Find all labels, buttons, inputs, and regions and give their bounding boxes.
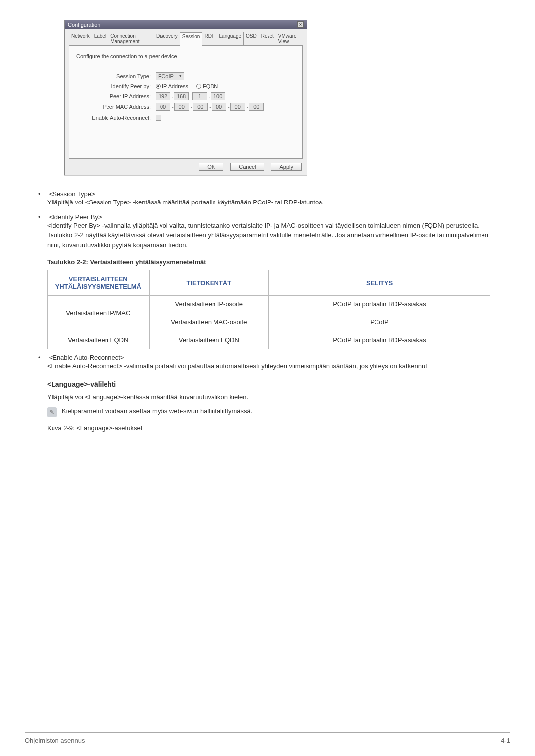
cell-method: Vertaislaitteen FQDN	[48, 331, 150, 349]
list-item: <Identify Peer By> <Identify Peer By> -v…	[47, 213, 490, 250]
dialog-buttons: OK Cancel Apply	[70, 163, 302, 171]
ip-octet-1[interactable]: 192	[156, 92, 170, 100]
note-icon: ✎	[47, 407, 57, 417]
label-identify-peer: Identify Peer by:	[76, 83, 156, 89]
mac-6[interactable]: 00	[249, 103, 264, 111]
peer-methods-table: VERTAISLAITTEEN YHTÄLÄISYYSMENETELMÄ TIE…	[47, 270, 490, 349]
radio-fqdn-label: FQDN	[203, 83, 218, 89]
row-identify-peer: Identify Peer by: IP Address FQDN	[76, 83, 295, 89]
config-dialog-screenshot: Configuration × Network Label Connection…	[45, 20, 490, 175]
footer-left: Ohjelmiston asennus	[25, 737, 85, 744]
bullets-mid: <Enable Auto-Reconnect> <Enable Auto-Rec…	[47, 354, 490, 371]
cell-field: Vertaislaitteen FQDN	[149, 331, 268, 349]
note-text: Kieliparametrit voidaan asettaa myös web…	[62, 407, 252, 415]
bullets-top: <Session Type> Ylläpitäjä voi <Session T…	[47, 190, 490, 250]
close-icon[interactable]: ×	[297, 21, 304, 28]
session-type-select[interactable]: PCoIP	[156, 72, 184, 80]
mac-1[interactable]: 00	[156, 103, 170, 111]
table-caption: Taulukko 2-2: Vertaislaitteen yhtäläisyy…	[47, 258, 490, 266]
bullet-head: <Enable Auto-Reconnect>	[49, 354, 124, 361]
bullet-body: <Identify Peer By> -valinnalla ylläpitäj…	[47, 221, 490, 250]
ip-octet-2[interactable]: 168	[174, 92, 189, 100]
row-auto-reconnect: Enable Auto-Reconnect:	[76, 115, 295, 121]
auto-reconnect-checkbox[interactable]	[156, 115, 161, 121]
tab-conn-mgmt[interactable]: Connection Management	[108, 32, 154, 45]
list-item: <Session Type> Ylläpitäjä voi <Session T…	[47, 190, 490, 207]
label-peer-ip: Peer IP Address:	[76, 93, 156, 99]
dialog-title: Configuration	[68, 22, 100, 28]
table-row: Vertaislaitteen IP/MAC Vertaislaitteen I…	[48, 296, 490, 313]
ok-button[interactable]: OK	[199, 163, 223, 171]
radio-ip-label: IP Address	[162, 83, 188, 89]
label-session-type: Session Type:	[76, 73, 156, 79]
th-method: VERTAISLAITTEEN YHTÄLÄISYYSMENETELMÄ	[48, 270, 150, 296]
figure-caption: Kuva 2-9: <Language>-asetukset	[47, 424, 490, 432]
th-fields: TIETOKENTÄT	[149, 270, 268, 296]
tab-vmware[interactable]: VMware View	[276, 32, 303, 45]
cell-desc: PCoIP	[268, 313, 490, 331]
tab-label[interactable]: Label	[92, 32, 108, 45]
table-row: Vertaislaitteen FQDN Vertaislaitteen FQD…	[48, 331, 490, 349]
dialog-panel: Configure the connection to a peer devic…	[69, 46, 303, 159]
tab-rdp[interactable]: RDP	[202, 32, 217, 45]
radio-ip-address[interactable]	[156, 84, 160, 89]
label-auto-reconnect: Enable Auto-Reconnect:	[76, 115, 156, 121]
cell-desc: PCoIP tai portaalin RDP-asiakas	[268, 296, 490, 313]
language-note: ✎ Kieliparametrit voidaan asettaa myös w…	[47, 407, 490, 417]
tab-discovery[interactable]: Discovery	[154, 32, 180, 45]
cell-method: Vertaislaitteen IP/MAC	[48, 296, 150, 331]
dialog-titlebar: Configuration ×	[65, 20, 307, 29]
cell-field: Vertaislaitteen IP-osoite	[149, 296, 268, 313]
radio-fqdn[interactable]	[196, 84, 201, 89]
bullet-head: <Session Type>	[49, 190, 95, 198]
mac-2[interactable]: 00	[174, 103, 189, 111]
mac-5[interactable]: 00	[230, 103, 245, 111]
tab-osd[interactable]: OSD	[243, 32, 259, 45]
label-peer-mac: Peer MAC Address:	[76, 104, 156, 110]
bullet-body: <Enable Auto-Reconnect> -valinnalla port…	[47, 361, 490, 371]
ip-octet-4[interactable]: 100	[211, 92, 225, 100]
cell-field: Vertaislaitteen MAC-osoite	[149, 313, 268, 331]
bullet-body: Ylläpitäjä voi <Session Type> -kentässä …	[47, 198, 490, 207]
language-para: Ylläpitäjä voi <Language>-kentässä määri…	[47, 392, 490, 402]
cell-desc: PCoIP tai portaalin RDP-asiakas	[268, 331, 490, 349]
tab-reset[interactable]: Reset	[259, 32, 276, 45]
panel-description: Configure the connection to a peer devic…	[76, 53, 295, 59]
th-desc: SELITYS	[268, 270, 490, 296]
row-peer-ip: Peer IP Address: 192. 168. 1. 100	[76, 92, 295, 100]
ip-octet-3[interactable]: 1	[192, 92, 207, 100]
footer-right: 4-1	[501, 737, 510, 744]
language-heading: <Language>-välilehti	[47, 380, 490, 388]
row-peer-mac: Peer MAC Address: 00- 00- 00- 00- 00- 00	[76, 103, 295, 111]
tab-session[interactable]: Session	[180, 32, 203, 46]
page-footer: Ohjelmiston asennus 4-1	[25, 732, 510, 744]
mac-3[interactable]: 00	[193, 103, 208, 111]
apply-button[interactable]: Apply	[271, 163, 302, 171]
row-session-type: Session Type: PCoIP	[76, 72, 295, 80]
dialog-tabs: Network Label Connection Management Disc…	[69, 32, 303, 46]
tab-network[interactable]: Network	[69, 32, 92, 45]
mac-4[interactable]: 00	[212, 103, 226, 111]
list-item: <Enable Auto-Reconnect> <Enable Auto-Rec…	[47, 354, 490, 371]
config-dialog: Configuration × Network Label Connection…	[64, 20, 307, 175]
bullet-head: <Identify Peer By>	[49, 213, 102, 221]
cancel-button[interactable]: Cancel	[230, 163, 264, 171]
tab-language[interactable]: Language	[217, 32, 244, 45]
